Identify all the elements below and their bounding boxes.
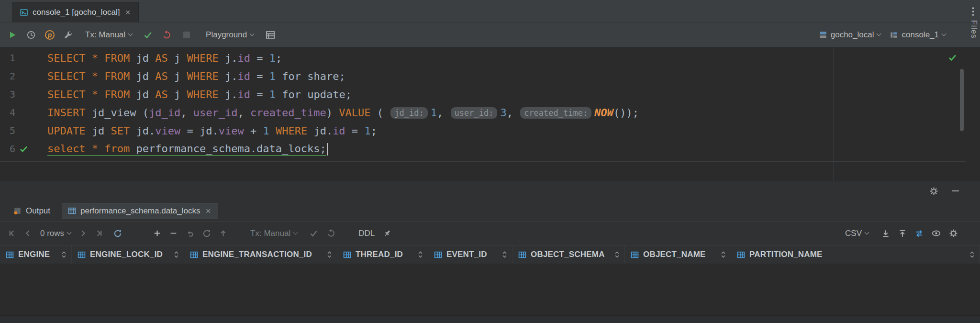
csv-format-dropdown[interactable]: CSV bbox=[845, 229, 869, 238]
column-header-object_schema[interactable]: OBJECT_SCHEMA bbox=[512, 245, 625, 264]
code-token: for update; bbox=[276, 89, 352, 100]
code-token: jd. bbox=[307, 125, 333, 137]
more-options-button[interactable] bbox=[971, 6, 976, 17]
first-page-button[interactable] bbox=[8, 229, 16, 237]
result-grid[interactable] bbox=[0, 264, 980, 315]
console-selector[interactable]: console_1 bbox=[890, 30, 946, 40]
sort-icon[interactable] bbox=[61, 250, 67, 259]
column-name: PARTITION_NAME bbox=[749, 250, 823, 259]
close-tab-icon[interactable]: × bbox=[204, 206, 212, 215]
code-token bbox=[98, 143, 104, 155]
editor-line[interactable]: 3SELECT * FROM jd AS j WHERE j.id = 1 fo… bbox=[0, 85, 980, 103]
code-token: = bbox=[250, 89, 269, 100]
settings-wrench-icon[interactable] bbox=[64, 30, 73, 40]
execution-history-icon[interactable] bbox=[26, 30, 36, 40]
hide-panel-button[interactable] bbox=[952, 190, 959, 191]
sort-icon[interactable] bbox=[721, 250, 726, 259]
playground-label: Playground bbox=[206, 30, 247, 40]
tx-mode-dropdown[interactable]: Tx: Manual bbox=[85, 30, 132, 40]
code-token: id bbox=[237, 70, 250, 82]
database-selector[interactable]: gocho_local bbox=[819, 30, 881, 40]
previous-page-button[interactable] bbox=[24, 229, 32, 237]
line-number: 6 bbox=[4, 143, 15, 155]
reload-page-button[interactable] bbox=[202, 229, 211, 238]
editor-line[interactable]: 4INSERT jd_view (jd_id, user_id, created… bbox=[0, 103, 980, 122]
tab-output[interactable]: Output bbox=[8, 203, 56, 219]
code-token: FROM bbox=[104, 89, 130, 100]
playground-dropdown[interactable]: Playground bbox=[206, 30, 254, 40]
column-header-object_name[interactable]: OBJECT_NAME bbox=[625, 245, 731, 264]
ddl-button[interactable]: DDL bbox=[358, 229, 375, 238]
compare-button[interactable] bbox=[915, 229, 924, 238]
chevron-down-icon bbox=[250, 32, 255, 36]
column-icon bbox=[737, 251, 745, 259]
column-header-engine_transaction_id[interactable]: ENGINE_TRANSACTION_ID bbox=[184, 245, 337, 264]
editor-line[interactable]: 2SELECT * FROM jd AS j WHERE j.id = 1 fo… bbox=[0, 67, 980, 85]
result-settings-gear-button[interactable] bbox=[949, 229, 958, 238]
chevron-down-icon bbox=[877, 32, 881, 36]
files-toolwindow-button[interactable]: Files bbox=[969, 20, 978, 39]
tab-label: Output bbox=[26, 206, 50, 216]
editor-line[interactable]: 1SELECT * FROM jd AS j WHERE j.id = 1; bbox=[0, 49, 980, 67]
code-token: , bbox=[180, 107, 193, 119]
sort-icon[interactable] bbox=[502, 250, 507, 259]
result-tx-mode-dropdown[interactable]: Tx: Manual bbox=[250, 229, 297, 238]
tab-data-locks[interactable]: performance_schema.data_locks × bbox=[62, 203, 218, 219]
code-token: , bbox=[507, 107, 520, 119]
result-rollback-button[interactable] bbox=[326, 229, 335, 238]
column-icon bbox=[631, 251, 639, 259]
datagrip-window: console_1 [gocho_local] × Files p Tx: Ma… bbox=[0, 0, 980, 323]
result-tab-bar: Output performance_schema.data_locks × bbox=[0, 200, 980, 222]
rows-count-label: 0 rows bbox=[40, 229, 64, 238]
statement-success-icon bbox=[948, 53, 957, 62]
pin-tab-button[interactable] bbox=[383, 229, 391, 238]
tab-console-1[interactable]: console_1 [gocho_local] × bbox=[12, 2, 139, 22]
submit-button[interactable] bbox=[219, 229, 227, 237]
code-token: WHERE bbox=[187, 89, 218, 100]
delete-row-button[interactable] bbox=[169, 229, 178, 237]
column-header-engine_lock_id[interactable]: ENGINE_LOCK_ID bbox=[72, 245, 184, 264]
column-header-event_id[interactable]: EVENT_ID bbox=[428, 245, 512, 264]
run-button[interactable] bbox=[8, 30, 17, 40]
panel-settings-gear-button[interactable] bbox=[929, 187, 938, 196]
sort-icon[interactable] bbox=[969, 250, 975, 259]
output-layout-icon[interactable] bbox=[266, 30, 275, 40]
export-data-button[interactable] bbox=[881, 229, 890, 238]
scroll-to-top-button[interactable] bbox=[898, 229, 907, 238]
code-token bbox=[85, 143, 91, 155]
column-name: EVENT_ID bbox=[446, 250, 487, 259]
column-header-partition_name[interactable]: PARTITION_NAME bbox=[731, 245, 980, 264]
rollback-button[interactable] bbox=[162, 30, 171, 40]
editor-line[interactable]: 5UPDATE jd SET jd.view = jd.view + 1 WHE… bbox=[0, 122, 980, 140]
sql-editor[interactable]: 1SELECT * FROM jd AS j WHERE j.id = 1;2S… bbox=[0, 47, 980, 181]
code-token: FROM bbox=[104, 52, 130, 64]
code-token: 1 bbox=[269, 70, 276, 82]
revert-button[interactable] bbox=[186, 229, 194, 238]
close-tab-icon[interactable]: × bbox=[124, 8, 131, 17]
add-row-button[interactable] bbox=[153, 229, 161, 237]
column-name: ENGINE_LOCK_ID bbox=[90, 250, 163, 259]
column-header-engine[interactable]: ENGINE bbox=[0, 245, 72, 264]
result-commit-button[interactable] bbox=[309, 229, 318, 238]
editor-scrollbar[interactable] bbox=[960, 69, 964, 131]
sort-icon[interactable] bbox=[418, 250, 423, 259]
next-page-button[interactable] bbox=[79, 229, 87, 237]
stop-button[interactable] bbox=[183, 32, 190, 38]
editor-line[interactable]: 6select * from performance_schema.data_l… bbox=[0, 140, 980, 158]
column-header-thread_id[interactable]: THREAD_ID bbox=[337, 245, 428, 264]
column-icon bbox=[6, 251, 14, 259]
sort-icon[interactable] bbox=[327, 250, 332, 259]
rows-count-dropdown[interactable]: 0 rows bbox=[40, 229, 71, 238]
commit-button[interactable] bbox=[143, 30, 153, 40]
chevron-down-icon bbox=[293, 230, 298, 235]
sort-icon[interactable] bbox=[174, 250, 179, 259]
code-token: view bbox=[219, 125, 244, 137]
code-token: created_time bbox=[250, 107, 326, 119]
code-token: , bbox=[437, 107, 450, 119]
profiler-icon[interactable]: p bbox=[45, 30, 55, 40]
last-page-button[interactable] bbox=[95, 229, 103, 237]
refresh-button[interactable] bbox=[113, 229, 122, 238]
sort-icon[interactable] bbox=[614, 250, 620, 259]
view-options-eye-button[interactable] bbox=[932, 229, 941, 238]
console-separator bbox=[0, 161, 966, 162]
